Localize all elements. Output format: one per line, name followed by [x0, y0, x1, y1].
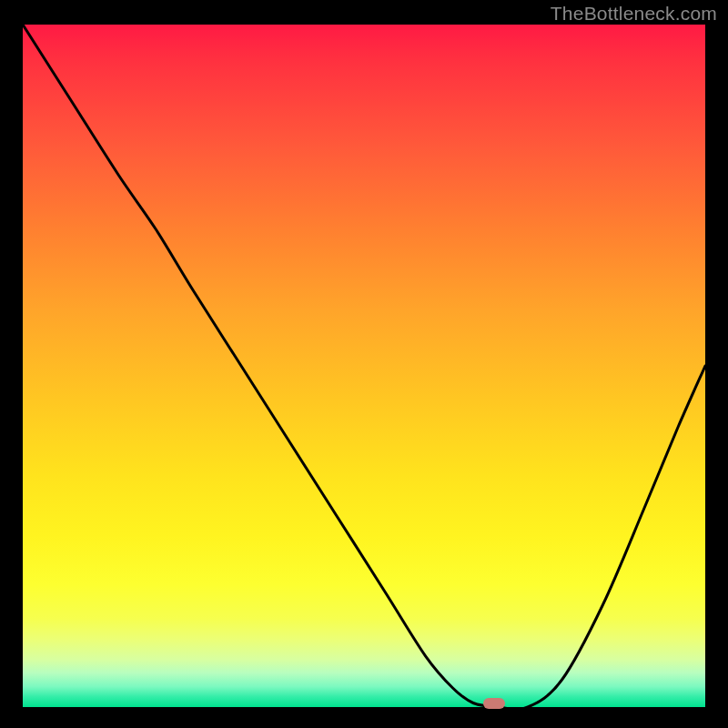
- bottleneck-curve: [23, 25, 705, 707]
- watermark-text: TheBottleneck.com: [551, 3, 717, 25]
- curve-svg: [23, 25, 705, 707]
- chart-frame: TheBottleneck.com: [0, 0, 728, 728]
- optimal-marker: [483, 698, 505, 709]
- plot-area: [23, 25, 705, 707]
